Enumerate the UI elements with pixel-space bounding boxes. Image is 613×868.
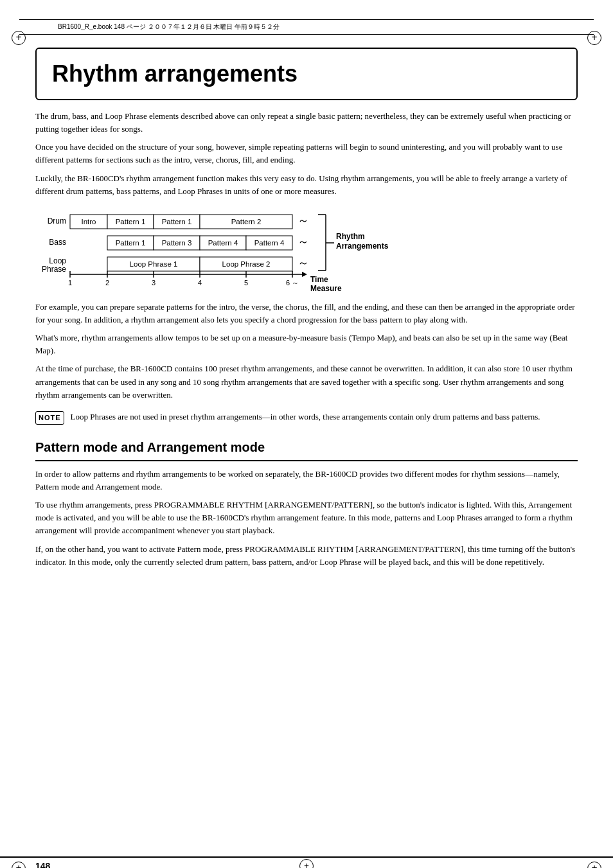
svg-text:Pattern 1: Pattern 1 <box>162 218 192 226</box>
page-title: Rhythm arrangements <box>52 60 561 87</box>
paragraph-6: At the time of purchase, the BR-1600CD c… <box>35 362 578 401</box>
loop-phrase-label-2: Phrase <box>42 265 66 274</box>
paragraph-4: For example, you can prepare separate pa… <box>35 301 578 326</box>
svg-text:Pattern 2: Pattern 2 <box>231 218 262 226</box>
content-area: The drum, bass, and Loop Phrase elements… <box>35 110 578 569</box>
loop-phrase-label-1: Loop <box>49 256 66 265</box>
svg-text:Pattern 1: Pattern 1 <box>116 218 146 226</box>
section-2-heading: Pattern mode and Arrangement mode <box>35 438 578 461</box>
title-box: Rhythm arrangements <box>35 48 578 100</box>
svg-text:～: ～ <box>298 214 309 227</box>
file-info: BR1600_R_e.book 148 ページ ２００７年１２月６日 木曜日 午… <box>58 22 280 31</box>
paragraph-5: What's more, rhythm arrangements allow t… <box>35 332 578 357</box>
svg-text:Intro: Intro <box>81 218 96 226</box>
paragraph-1: The drum, bass, and Loop Phrase elements… <box>35 110 578 136</box>
paragraph-2: Once you have decided on the structure o… <box>35 141 578 166</box>
svg-text:Loop Phrase 1: Loop Phrase 1 <box>130 260 178 268</box>
svg-text:～: ～ <box>298 235 309 248</box>
svg-text:Measure: Measure <box>310 284 342 293</box>
svg-text:2: 2 <box>105 279 109 287</box>
diagram-svg: Drum Bass Loop Phrase Intro Pattern 1 <box>35 209 395 293</box>
svg-text:Arrangements: Arrangements <box>336 242 389 251</box>
drum-label: Drum <box>48 217 66 226</box>
svg-text:6 ～: 6 ～ <box>286 279 299 287</box>
svg-text:1: 1 <box>68 279 72 287</box>
section2-paragraph-1: In order to allow patterns and rhythm ar… <box>35 468 578 493</box>
bass-label: Bass <box>49 238 66 247</box>
svg-text:5: 5 <box>244 279 248 287</box>
svg-text:Rhythm: Rhythm <box>336 232 365 241</box>
section2-paragraph-2: To use rhythm arrangements, press PROGRA… <box>35 499 578 537</box>
svg-text:Pattern 4: Pattern 4 <box>208 239 238 247</box>
page-number: 148 <box>35 861 50 868</box>
svg-text:Pattern 1: Pattern 1 <box>116 239 146 247</box>
svg-text:3: 3 <box>152 279 155 287</box>
svg-text:Time: Time <box>310 275 328 284</box>
page: BR1600_R_e.book 148 ページ ２００７年１２月６日 木曜日 午… <box>0 19 613 868</box>
paragraph-3: Luckily, the BR-1600CD's rhythm arrangem… <box>35 172 578 198</box>
svg-text:Loop Phrase 2: Loop Phrase 2 <box>222 260 271 268</box>
svg-text:Pattern 3: Pattern 3 <box>162 239 192 247</box>
section2-paragraph-3: If, on the other hand, you want to activ… <box>35 543 578 569</box>
rhythm-diagram: Drum Bass Loop Phrase Intro Pattern 1 <box>35 209 578 293</box>
footer: 148 <box>0 856 613 868</box>
header-strip: BR1600_R_e.book 148 ページ ２００７年１２月６日 木曜日 午… <box>19 19 594 35</box>
footer-center-mark <box>299 859 314 868</box>
diagram-table-container: Drum Bass Loop Phrase Intro Pattern 1 <box>35 209 395 293</box>
svg-text:Pattern 4: Pattern 4 <box>254 239 285 247</box>
svg-text:4: 4 <box>198 279 202 287</box>
note-text: Loop Phrases are not used in preset rhyt… <box>71 411 540 423</box>
note-icon: NOTE <box>35 411 64 425</box>
note-box: NOTE Loop Phrases are not used in preset… <box>35 411 578 425</box>
svg-text:～: ～ <box>298 256 309 269</box>
svg-marker-30 <box>302 272 307 277</box>
